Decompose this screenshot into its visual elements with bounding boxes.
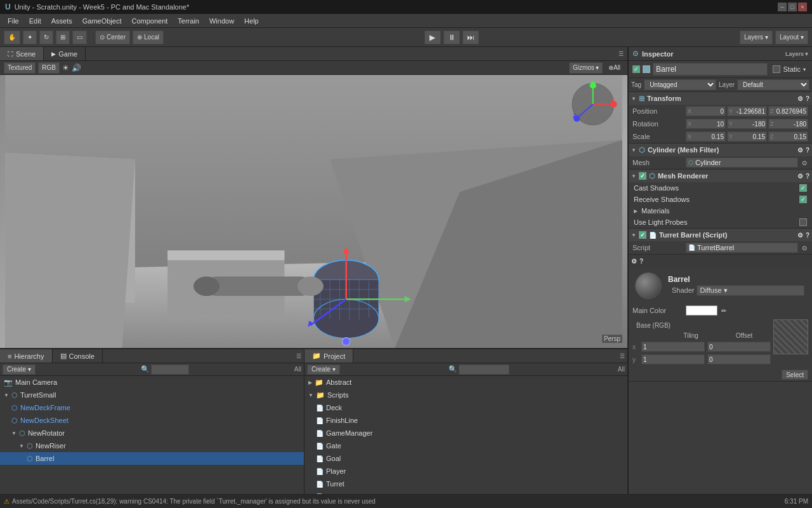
mesh-filter-header[interactable]: ⬡ Cylinder (Mesh Filter) ⚙ ? [629,144,812,156]
all-button[interactable]: ⊕ All [605,62,624,74]
play-button[interactable]: ▶ [424,30,441,44]
receive-shadows-checkbox[interactable] [799,196,807,203]
scene-tab[interactable]: ⛶ Scene [0,47,44,60]
pos-x-field[interactable]: X0 [686,106,726,116]
offset-y-field[interactable]: 0 [707,354,771,364]
tiling-y-field[interactable]: 1 [641,354,705,364]
maximize-button[interactable]: □ [788,3,797,11]
project-search-input[interactable] [459,364,509,375]
hand-tool-button[interactable]: ✋ [4,30,20,44]
menu-edit[interactable]: Edit [24,16,46,26]
step-button[interactable]: ⏭ [462,30,479,44]
light-probes-checkbox[interactable] [799,218,807,226]
menu-help[interactable]: Help [239,16,264,26]
gizmos-button[interactable]: Gizmos ▾ [569,62,603,74]
cast-shadows-checkbox[interactable] [799,184,807,192]
layer-dropdown[interactable]: Default [737,79,809,90]
menu-assets[interactable]: Assets [46,16,77,26]
rgb-button[interactable]: RGB [38,62,60,74]
project-item-goal[interactable]: 📄 Goal [304,452,627,465]
select-button[interactable]: Select [782,370,808,380]
menu-component[interactable]: Component [126,16,173,26]
transform-header[interactable]: ⊞ Transform ⚙ ? [629,92,812,105]
scale-y-field[interactable]: Y0.15 [727,131,767,142]
pick-icon[interactable]: ⊙ [801,244,808,251]
project-item-abstract[interactable]: 📁 Abstract [304,376,627,389]
hierarchy-item-barrel[interactable]: ⬡ Barrel [0,452,304,465]
hierarchy-item-newrotator[interactable]: ⬡ NewRotator [0,427,304,439]
tiling-x-field[interactable]: 1 [641,342,705,352]
scale-tool-button[interactable]: ⊞ [56,30,70,44]
rotate-tool-button[interactable]: ↻ [39,30,53,44]
transform-section: ⊞ Transform ⚙ ? Position X0 [629,92,812,144]
project-item-gate[interactable]: 📄 Gate [304,439,627,452]
rot-x-field[interactable]: X10 [686,119,726,129]
hierarchy-item-newriser[interactable]: ⬡ NewRiser [0,439,304,452]
project-create-button[interactable]: Create ▾ [307,364,340,375]
svg-marker-5 [5,153,135,348]
project-tab[interactable]: 📁 Project [304,349,353,363]
pause-button[interactable]: ⏸ [443,30,460,44]
textured-button[interactable]: Textured [4,62,36,74]
folder-icon: 📁 [316,391,325,399]
hierarchy-item-newdecksheet[interactable]: ⬡ NewDeckSheet [0,414,304,427]
hierarchy-icon: ≡ [8,352,11,360]
texture-preview[interactable] [773,319,808,354]
chevron-icon: ▾ [805,51,808,57]
hierarchy-tab[interactable]: ≡ Hierarchy [0,349,53,363]
minimize-button[interactable]: – [778,3,787,11]
project-item-turret[interactable]: 📄 Turret [304,478,627,490]
menu-window[interactable]: Window [204,16,239,26]
barrel-header[interactable]: ⚙ ? [629,255,812,267]
move-tool-button[interactable]: ✦ [23,30,37,44]
script-header[interactable]: 📄 Turret Barrel (Script) ⚙ ? [629,229,812,241]
inspector-panel: ⊙ Inspector Layers ▾ Static [628,47,812,494]
pick-icon[interactable]: ✏ [720,307,728,314]
tiling-y-row: y 1 0 [632,353,771,366]
object-name-input[interactable] [653,63,768,76]
hierarchy-item-turret-small[interactable]: ⬡ TurretSmall [0,389,304,401]
pos-z-field[interactable]: Z0.8276945 [768,106,808,116]
project-item-finishline[interactable]: 📄 FinishLine [304,414,627,427]
warning-icon: ⚠ [4,498,10,505]
gameobject-icon: ⬡ [11,391,18,399]
project-item-deck[interactable]: 📄 Deck [304,401,627,414]
close-button[interactable]: × [798,3,807,11]
local-button[interactable]: ⊕ Local [133,30,164,44]
rect-tool-button[interactable]: ▭ [72,30,87,44]
hierarchy-item-newdeckframe[interactable]: ⬡ NewDeckFrame [0,401,304,414]
console-tab[interactable]: ▤ Console [53,349,103,363]
tag-dropdown[interactable]: Untagged [644,79,716,90]
project-item-scripts[interactable]: 📁 Scripts [304,389,627,401]
settings-icon: ⚙ [797,95,803,102]
center-button[interactable]: ⊙ Center [95,30,130,44]
hierarchy-create-button[interactable]: Create ▾ [3,364,36,375]
layout-dropdown[interactable]: Layout ▾ [775,30,808,44]
layers-dropdown[interactable]: Layers ▾ [740,30,773,44]
rot-z-field[interactable]: Z-180 [768,119,808,129]
menu-terrain[interactable]: Terrain [173,16,204,26]
shader-dropdown[interactable]: Diffuse ▾ [697,285,804,296]
project-item-player[interactable]: 📄 Player [304,465,627,478]
active-checkbox[interactable] [632,65,640,73]
static-checkbox[interactable] [773,65,780,73]
gameobject-icon: ⬡ [19,429,25,438]
menu-gameobject[interactable]: GameObject [77,16,127,26]
pick-icon[interactable]: ⊙ [801,159,808,166]
offset-x-field[interactable]: 0 [707,342,771,352]
project-item-gamemanager[interactable]: 📄 GameManager [304,427,627,439]
main-color-swatch[interactable] [686,305,717,316]
mr-active-checkbox[interactable] [639,172,646,180]
mesh-renderer-header[interactable]: ⬡ Mesh Renderer ⚙ ? [629,170,812,182]
menu-file[interactable]: File [3,16,24,26]
hierarchy-search-input[interactable] [151,364,189,375]
scale-z-field[interactable]: Z0.15 [768,131,808,142]
hierarchy-item-main-camera[interactable]: 📷 Main Camera [0,376,304,389]
scale-x-field[interactable]: X0.15 [686,131,726,142]
taskbar-clock: 6:31 PM [785,498,808,505]
game-tab[interactable]: ▶ Game [44,47,86,60]
rot-y-field[interactable]: Y-180 [727,119,767,129]
pos-y-field[interactable]: Y-1.296581 [727,106,767,116]
script-active-checkbox[interactable] [639,231,646,239]
scene-view[interactable]: X Y Z Persp [0,75,627,348]
